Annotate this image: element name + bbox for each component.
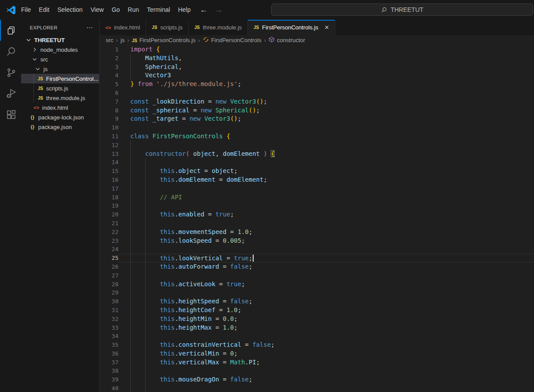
breadcrumb-firstpersoncontrols[interactable]: FirstPersonControls	[203, 36, 262, 44]
code-line-content[interactable]: const _spherical = new Spherical();	[118, 106, 534, 115]
menu-run[interactable]: Run	[124, 0, 143, 20]
code-line-content[interactable]: this.verticalMax = Math.PI;	[118, 358, 534, 367]
tree-item-index-html[interactable]: <>index.html	[21, 103, 99, 112]
menu-edit[interactable]: Edit	[35, 0, 54, 20]
code-line-content[interactable]	[118, 123, 534, 132]
code-line: 40	[100, 384, 534, 392]
line-number: 15	[100, 167, 118, 176]
code-line-content[interactable]: this.constrainVertical = false;	[118, 341, 534, 349]
code-line-content[interactable]: const _lookDirection = new Vector3();	[118, 97, 534, 106]
code-editor[interactable]: 1import {2 MathUtils,3 Spherical,4 Vecto…	[100, 45, 534, 392]
code-line-content[interactable]: // API	[118, 193, 534, 202]
code-line-content[interactable]: this.enabled = true;	[118, 210, 534, 219]
line-number: 13	[100, 150, 118, 158]
tree-item-src[interactable]: src	[21, 54, 99, 64]
activity-search[interactable]	[0, 41, 21, 62]
close-icon[interactable]: ✕	[324, 24, 329, 31]
line-number: 17	[100, 184, 118, 193]
breadcrumb-firstpersoncontrols-js[interactable]: JSFirstPersonControls.js	[132, 37, 195, 43]
code-line-content[interactable]: this.domElement = domElement;	[118, 176, 534, 184]
code-line-content[interactable]: this.activeLook = true;	[118, 280, 534, 289]
search-box[interactable]: THREETUT	[271, 4, 533, 16]
tab-three-module-js[interactable]: JSthree.module.js	[189, 20, 248, 35]
html-icon: <>	[33, 104, 40, 111]
code-line-content[interactable]	[118, 245, 534, 254]
line-number: 12	[100, 141, 118, 150]
activity-bar	[0, 20, 21, 392]
code-line-content[interactable]: const _target = new Vector3();	[118, 115, 534, 123]
tab-scripts-js[interactable]: JSscripts.js	[146, 20, 189, 35]
code-line-content[interactable]: Vector3	[118, 71, 534, 80]
code-line-content[interactable]	[118, 384, 534, 392]
code-line: 34	[100, 332, 534, 341]
code-line-content[interactable]: } from './js/three.module.js';	[118, 80, 534, 89]
code-line-content[interactable]: this.lookSpeed = 0.005;	[118, 237, 534, 245]
tree-item-firstpersoncontrol[interactable]: JSFirstPersonControl...	[21, 74, 99, 83]
menu-help[interactable]: Help	[174, 0, 195, 20]
code-line-content[interactable]: this.lookVertical = true;	[118, 254, 534, 263]
breadcrumb-label: js	[121, 37, 125, 43]
code-line-content[interactable]: this.autoForward = false;	[118, 263, 534, 271]
code-line-content[interactable]: MathUtils,	[118, 54, 534, 63]
code-line-content[interactable]: this.heightCoef = 1.0;	[118, 306, 534, 315]
tree-item-label: js	[43, 66, 47, 72]
code-line-content[interactable]	[118, 141, 534, 150]
code-line-content[interactable]: this.object = object;	[118, 167, 534, 176]
code-line: 36 this.verticalMin = 0;	[100, 349, 534, 358]
code-line-content[interactable]	[118, 219, 534, 228]
code-line-content[interactable]	[118, 271, 534, 280]
menu-terminal[interactable]: Terminal	[143, 0, 174, 20]
code-line-content[interactable]: this.mouseDragOn = false;	[118, 375, 534, 384]
line-number: 29	[100, 288, 118, 297]
activity-extensions[interactable]	[0, 104, 21, 125]
line-number: 21	[100, 219, 118, 228]
activity-explorer[interactable]	[0, 20, 21, 41]
code-line-content[interactable]: import {	[118, 45, 534, 54]
code-line-content[interactable]	[118, 201, 534, 210]
sidebar-title: EXPLORER	[30, 25, 57, 30]
code-line-content[interactable]: this.movementSpeed = 1.0;	[118, 228, 534, 237]
line-number: 4	[100, 71, 118, 80]
activity-run-debug[interactable]	[0, 83, 21, 104]
code-line-content[interactable]: this.heightSpeed = false;	[118, 297, 534, 306]
code-line-content[interactable]: this.heightMin = 0.0;	[118, 315, 534, 324]
code-line-content[interactable]	[118, 367, 534, 375]
tab-label: scripts.js	[160, 24, 183, 31]
tree-item-node-modules[interactable]: node_modules	[21, 45, 99, 54]
code-line-content[interactable]	[118, 288, 534, 297]
code-line-content[interactable]: this.verticalMin = 0;	[118, 349, 534, 358]
tree-item-package-json[interactable]: {}package.json	[21, 122, 99, 132]
tab-firstpersoncontrols-js[interactable]: JSFirstPersonControls.js✕	[248, 20, 335, 35]
code-line: 19	[100, 201, 534, 210]
code-line-content[interactable]	[118, 89, 534, 97]
menu-go[interactable]: Go	[108, 0, 124, 20]
tree-item-scripts-js[interactable]: JSscripts.js	[21, 83, 99, 93]
code-line-content[interactable]	[118, 158, 534, 167]
activity-source-control[interactable]	[0, 62, 21, 83]
file-tree: node_modulessrcjsJSFirstPersonControl...…	[21, 45, 99, 132]
tab-index-html[interactable]: <>index.html	[100, 20, 146, 35]
line-number: 33	[100, 324, 118, 332]
more-actions-icon[interactable]: ⋯	[86, 25, 93, 30]
code-line: 38	[100, 367, 534, 375]
code-line-content[interactable]: constructor( object, domElement ) {	[118, 150, 534, 158]
tree-root-threetut[interactable]: THREETUT	[21, 35, 99, 45]
menu-selection[interactable]: Selection	[54, 0, 87, 20]
code-line-content[interactable]: Spherical,	[118, 63, 534, 72]
code-line: 4 Vector3	[100, 71, 534, 80]
code-line-content[interactable]: class FirstPersonControls {	[118, 132, 534, 141]
js-icon: JS	[194, 25, 200, 30]
breadcrumb-src[interactable]: src	[106, 37, 113, 43]
menu-view[interactable]: View	[86, 0, 108, 20]
tree-item-js[interactable]: js	[21, 64, 99, 74]
code-line-content[interactable]	[118, 184, 534, 193]
code-line-content[interactable]	[118, 332, 534, 341]
tree-root-label: THREETUT	[34, 37, 65, 43]
breadcrumb-constructor[interactable]: constructor	[269, 36, 305, 44]
back-arrow-icon[interactable]: ←	[200, 5, 208, 14]
tree-item-three-module-js[interactable]: JSthree.module.js	[21, 93, 99, 103]
tree-item-package-lock-json[interactable]: {}package-lock.json	[21, 112, 99, 122]
code-line-content[interactable]: this.heightMax = 1.0;	[118, 324, 534, 332]
breadcrumb-js[interactable]: js	[121, 37, 125, 43]
menu-file[interactable]: File	[17, 0, 35, 20]
